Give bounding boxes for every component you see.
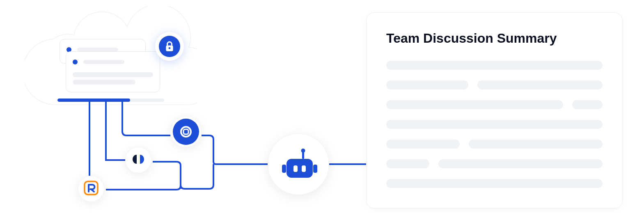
lock-icon [159, 36, 180, 57]
summary-title: Team Discussion Summary [386, 31, 603, 46]
c-logo-icon [173, 119, 199, 145]
robot-icon [281, 148, 316, 180]
progress-fill [57, 99, 130, 102]
skeleton-line [386, 159, 429, 168]
skeleton-line [386, 140, 460, 149]
ai-processor-node [268, 133, 329, 195]
skeleton-line [477, 80, 603, 89]
skeleton-line [386, 61, 603, 70]
skeleton-line [386, 80, 468, 89]
skeleton-line [73, 72, 153, 77]
skeleton-line [83, 60, 124, 64]
skeleton-line [438, 159, 603, 168]
svg-point-1 [169, 47, 171, 49]
svg-rect-7 [313, 165, 317, 173]
security-badge [155, 32, 184, 61]
skeleton-line [572, 100, 603, 109]
integration-r-chip [78, 176, 104, 202]
cloud-source [25, 6, 197, 121]
svg-rect-3 [183, 129, 188, 134]
svg-point-9 [301, 149, 305, 153]
svg-rect-5 [286, 159, 313, 178]
skeleton-line [386, 120, 603, 129]
skeleton-line [386, 179, 603, 188]
diagram-stage: Team Discussion Summary [0, 0, 644, 220]
skeleton-line [469, 140, 603, 149]
progress-bar [57, 99, 164, 102]
summary-card: Team Discussion Summary [366, 12, 623, 209]
skeleton-line [386, 100, 563, 109]
integration-c-chip [170, 116, 202, 147]
svg-rect-2 [181, 127, 191, 137]
devtools-logo-icon [131, 152, 145, 168]
svg-rect-10 [293, 165, 298, 172]
svg-rect-11 [302, 165, 306, 172]
chat-card-front [66, 51, 160, 92]
integration-devtools-chip [125, 147, 151, 173]
svg-rect-6 [282, 165, 286, 173]
skeleton-line [73, 80, 135, 85]
message-indicator-icon [73, 60, 78, 64]
r-logo-icon [83, 180, 99, 198]
svg-rect-4 [85, 181, 98, 195]
